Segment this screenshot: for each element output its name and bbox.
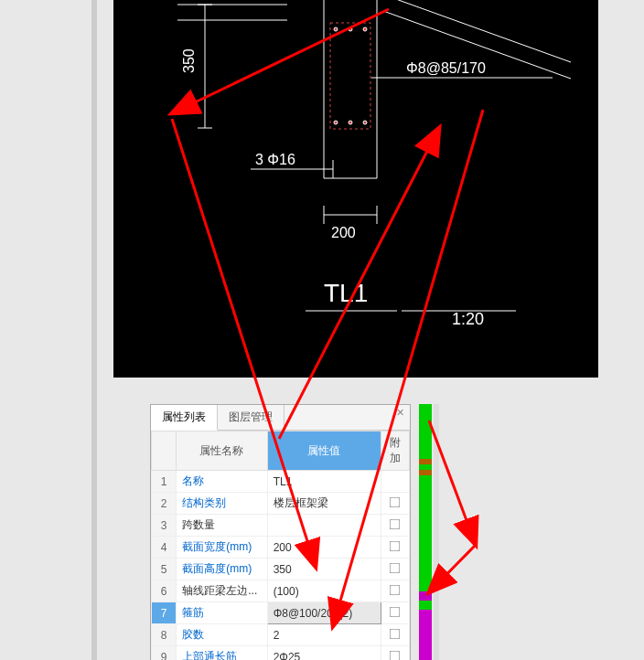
properties-panel: ✕ 属性列表 图层管理 属性名称 属性值 附加 1名称TL12结构类别楼层框架梁… xyxy=(150,404,411,660)
svg-rect-26 xyxy=(419,459,432,464)
property-value[interactable]: 200 xyxy=(267,537,381,559)
extra-checkbox-cell[interactable] xyxy=(381,471,409,493)
tab-properties[interactable]: 属性列表 xyxy=(151,405,218,431)
property-value[interactable]: 350 xyxy=(267,559,381,580)
extra-checkbox-cell[interactable] xyxy=(381,559,409,580)
row-number: 1 xyxy=(152,471,177,493)
extra-checkbox-cell[interactable] xyxy=(381,580,409,602)
drawing-scale: 1:20 xyxy=(452,310,484,328)
col-name: 属性名称 xyxy=(177,431,267,471)
extra-checkbox-cell[interactable] xyxy=(381,515,409,537)
extra-checkbox-cell[interactable] xyxy=(381,646,409,661)
property-value[interactable]: TL1 xyxy=(267,471,381,493)
property-name: 结构类别 xyxy=(177,493,267,515)
col-rownum xyxy=(152,431,177,471)
table-row[interactable]: 2结构类别楼层框架梁 xyxy=(152,493,410,515)
section-name: TL1 xyxy=(324,279,368,307)
extra-checkbox[interactable] xyxy=(390,584,401,595)
extra-checkbox-cell[interactable] xyxy=(381,624,409,646)
tab-layers[interactable]: 图层管理 xyxy=(218,405,284,430)
property-value[interactable]: 2 xyxy=(267,624,381,646)
color-legend xyxy=(419,404,446,660)
table-row[interactable]: 4截面宽度(mm)200 xyxy=(152,537,410,559)
col-value: 属性值 xyxy=(267,431,381,471)
svg-point-8 xyxy=(334,27,338,31)
property-value[interactable]: Φ8@100/200(2) xyxy=(267,602,381,624)
svg-rect-30 xyxy=(434,404,439,660)
row-number: 8 xyxy=(152,624,177,646)
extra-checkbox[interactable] xyxy=(390,628,401,639)
extra-checkbox[interactable] xyxy=(390,540,401,551)
svg-rect-29 xyxy=(419,610,432,660)
properties-table: 属性名称 属性值 附加 1名称TL12结构类别楼层框架梁3跨数量4截面宽度(mm… xyxy=(151,431,410,660)
rebar-bottom-label: 3 Φ16 xyxy=(255,152,295,167)
svg-rect-27 xyxy=(419,470,432,475)
property-value[interactable]: (100) xyxy=(267,580,381,602)
svg-rect-7 xyxy=(330,23,370,129)
extra-checkbox[interactable] xyxy=(390,606,401,617)
svg-rect-28 xyxy=(419,591,432,601)
property-name: 胶数 xyxy=(177,624,267,646)
row-number: 4 xyxy=(152,537,177,559)
property-name: 轴线距梁左边... xyxy=(177,580,267,602)
svg-line-2 xyxy=(383,0,571,62)
row-number: 6 xyxy=(152,580,177,602)
svg-point-12 xyxy=(349,121,352,124)
property-name: 截面高度(mm) xyxy=(177,559,267,580)
table-row[interactable]: 5截面高度(mm)350 xyxy=(152,559,410,580)
table-row[interactable]: 6轴线距梁左边...(100) xyxy=(152,580,410,602)
extra-checkbox[interactable] xyxy=(390,650,401,660)
svg-point-13 xyxy=(363,121,367,124)
svg-point-11 xyxy=(334,121,338,124)
dim-width: 200 xyxy=(331,225,356,240)
vertical-divider xyxy=(91,0,97,660)
extra-checkbox[interactable] xyxy=(390,496,401,507)
col-extra: 附加 xyxy=(381,431,409,471)
row-number: 2 xyxy=(152,493,177,515)
property-value[interactable]: 楼层框架梁 xyxy=(267,493,381,515)
property-value[interactable]: 2Φ25 xyxy=(267,646,381,661)
property-value[interactable] xyxy=(267,515,381,537)
table-row[interactable]: 3跨数量 xyxy=(152,515,410,537)
extra-checkbox[interactable] xyxy=(390,562,401,573)
extra-checkbox[interactable] xyxy=(390,518,401,529)
cad-drawing-viewport[interactable]: 350 200 3 Φ16 Φ8@85/170 TL1 1:20 xyxy=(113,0,598,378)
table-row[interactable]: 1名称TL1 xyxy=(152,471,410,493)
svg-point-9 xyxy=(349,27,352,31)
property-name: 箍筋 xyxy=(177,602,267,624)
dim-height: 350 xyxy=(181,48,197,73)
table-row[interactable]: 9上部通长筋2Φ25 xyxy=(152,646,410,661)
close-icon[interactable]: ✕ xyxy=(396,407,404,419)
table-row[interactable]: 8胶数2 xyxy=(152,624,410,646)
extra-checkbox-cell[interactable] xyxy=(381,493,409,515)
row-number: 5 xyxy=(152,559,177,580)
row-number: 9 xyxy=(152,646,177,661)
svg-point-10 xyxy=(363,27,367,31)
row-number: 3 xyxy=(152,515,177,537)
row-number: 7 xyxy=(152,602,177,624)
extra-checkbox-cell[interactable] xyxy=(381,602,409,624)
property-name: 截面宽度(mm) xyxy=(177,537,267,559)
panel-tabs: 属性列表 图层管理 xyxy=(151,405,410,431)
extra-checkbox-cell[interactable] xyxy=(381,537,409,559)
property-name: 跨数量 xyxy=(177,515,267,537)
table-row[interactable]: 7箍筋Φ8@100/200(2) xyxy=(152,602,410,624)
property-name: 名称 xyxy=(177,471,267,493)
rebar-stirrup-label: Φ8@85/170 xyxy=(406,60,486,76)
property-name: 上部通长筋 xyxy=(177,646,267,661)
